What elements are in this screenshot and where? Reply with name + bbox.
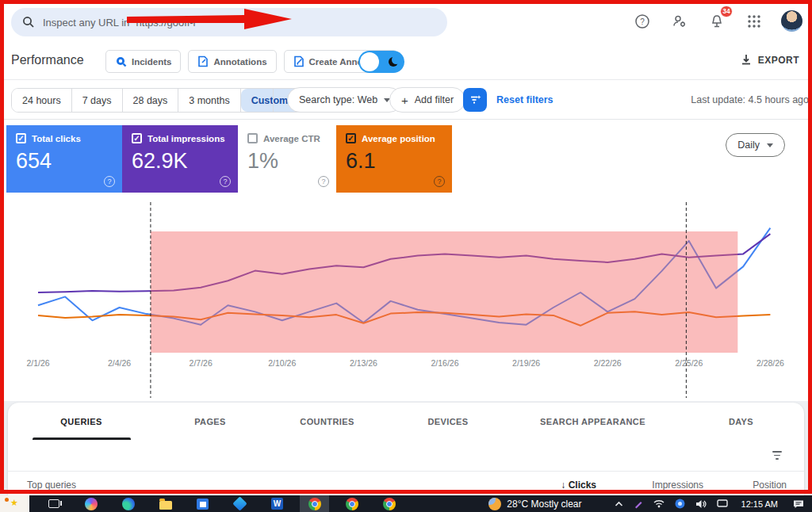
wifi-icon[interactable]: [653, 499, 665, 508]
column-clicks-sorted[interactable]: ↓ Clicks: [501, 480, 596, 491]
range-7-days[interactable]: 7 days: [72, 89, 123, 112]
search-placeholder: Inspect any URL in "https://gooff-r: [43, 17, 197, 29]
card-label: Average CTR: [263, 134, 320, 143]
search-icon: [22, 16, 35, 29]
filter-sparkle-icon: [469, 94, 481, 105]
help-icon[interactable]: ?: [434, 176, 445, 187]
checkbox-checked-icon[interactable]: ✓: [16, 133, 26, 143]
incidents-icon: [115, 55, 127, 67]
taskbar-clock[interactable]: 12:15 AM: [741, 499, 778, 509]
tab-queries[interactable]: QUERIES: [8, 403, 155, 440]
account-avatar[interactable]: [781, 10, 802, 32]
performance-chart[interactable]: 2/1/262/4/262/7/262/10/262/13/262/16/262…: [0, 198, 812, 408]
microsoft-store-icon[interactable]: [196, 497, 209, 510]
annotations-icon: [197, 55, 209, 67]
sort-desc-icon: ↓: [561, 480, 568, 491]
checkbox-checked-icon[interactable]: ✓: [132, 133, 142, 143]
export-button[interactable]: EXPORT: [741, 54, 799, 66]
export-label: EXPORT: [758, 55, 799, 66]
volume-icon[interactable]: [695, 499, 707, 509]
interval-dropdown[interactable]: Daily: [726, 133, 785, 157]
tray-expand-icon[interactable]: [615, 501, 623, 507]
metric-cards: ✓ Total clicks 654 ? ✓ Total impressions…: [6, 125, 452, 193]
svg-text:2/1/26: 2/1/26: [26, 358, 49, 368]
total-clicks-card[interactable]: ✓ Total clicks 654 ?: [6, 125, 122, 193]
incidents-button[interactable]: Incidents: [105, 50, 181, 73]
column-impressions[interactable]: Impressions: [596, 480, 703, 491]
toggle-knob: [360, 52, 379, 71]
table-toolbar: [8, 440, 804, 472]
search-type-label: Search type: Web: [299, 94, 377, 105]
file-explorer-icon[interactable]: [159, 497, 172, 510]
task-view-button[interactable]: [47, 497, 60, 510]
svg-text:2/19/26: 2/19/26: [512, 358, 540, 368]
table-header: Top queries ↓ Clicks Impressions Positio…: [8, 472, 804, 499]
tab-search-appearance[interactable]: SEARCH APPEARANCE: [508, 403, 678, 440]
annotations-label: Annotations: [213, 57, 266, 67]
copilot-icon[interactable]: [84, 497, 98, 510]
line-chart: 2/1/262/4/262/7/262/10/262/13/262/16/262…: [0, 198, 812, 408]
svg-text:2/4/26: 2/4/26: [108, 358, 131, 368]
browser-tray-icon[interactable]: [675, 499, 685, 509]
filter-settings-button[interactable]: [463, 88, 487, 112]
svg-text:2/7/26: 2/7/26: [190, 358, 213, 368]
total-impressions-card[interactable]: ✓ Total impressions 62.9K ?: [122, 125, 238, 193]
plus-icon: +: [401, 94, 408, 107]
cast-screen-icon[interactable]: [717, 499, 728, 508]
range-3-months[interactable]: 3 months: [178, 89, 240, 112]
card-label: Total clicks: [32, 134, 81, 143]
pen-icon[interactable]: [634, 499, 643, 509]
svg-text:2/16/26: 2/16/26: [431, 358, 458, 368]
windows-taskbar: ★ W 28°C Mostly clear 12:15 AM: [0, 495, 812, 512]
chrome-icon-3[interactable]: [382, 497, 396, 510]
table-filter-icon[interactable]: [772, 451, 782, 459]
reset-filters-link[interactable]: Reset filters: [496, 94, 553, 105]
notification-center-icon[interactable]: [793, 499, 804, 509]
tab-days[interactable]: DAYS: [678, 403, 804, 440]
help-icon[interactable]: ?: [104, 176, 115, 187]
performance-header: Performance Incidents Annotations Create…: [0, 44, 812, 80]
svg-text:?: ?: [640, 17, 645, 26]
chevron-down-icon: [767, 143, 773, 147]
average-ctr-card[interactable]: ✓ Average CTR 1% ?: [238, 125, 336, 193]
add-filter-button[interactable]: + Add filter: [389, 87, 465, 113]
card-value: 654: [16, 149, 113, 174]
chrome-active-icon[interactable]: [300, 495, 329, 512]
help-button[interactable]: ?: [632, 11, 653, 32]
annotations-button[interactable]: Annotations: [188, 50, 276, 73]
dark-mode-toggle[interactable]: [358, 51, 404, 73]
range-28-days[interactable]: 28 days: [123, 89, 179, 112]
moon-icon: [389, 57, 398, 67]
tab-pages[interactable]: PAGES: [155, 403, 266, 440]
apps-grid-button[interactable]: [744, 11, 764, 32]
range-24-hours[interactable]: 24 hours: [12, 89, 72, 112]
top-app-bar: Inspect any URL in "https://gooff-r ? 34: [0, 0, 812, 44]
checkbox-checked-icon[interactable]: ✓: [346, 133, 356, 143]
weather-dot-icon: [5, 498, 9, 502]
url-inspect-search[interactable]: Inspect any URL in "https://gooff-r: [11, 8, 447, 36]
card-value: 6.1: [346, 149, 442, 174]
help-icon[interactable]: ?: [220, 176, 231, 187]
average-position-card[interactable]: ✓ Average position 6.1 ?: [336, 125, 452, 193]
blue-app-icon[interactable]: [233, 497, 247, 510]
column-position[interactable]: Position: [703, 480, 787, 491]
tab-devices[interactable]: DEVICES: [389, 403, 508, 440]
weather-widget[interactable]: 28°C Mostly clear: [488, 498, 581, 510]
chrome-icon-2[interactable]: [345, 497, 358, 510]
search-type-dropdown[interactable]: Search type: Web: [287, 87, 402, 113]
weather-text: 28°C Mostly clear: [507, 499, 581, 510]
checkbox-unchecked-icon[interactable]: ✓: [247, 133, 258, 143]
moon-cloud-icon: [488, 498, 501, 510]
word-icon[interactable]: W: [270, 497, 284, 510]
add-filter-label: Add filter: [415, 94, 454, 105]
start-button[interactable]: ★: [0, 495, 29, 512]
star-icon: ★: [10, 499, 18, 507]
help-icon[interactable]: ?: [318, 176, 329, 187]
tab-countries[interactable]: COUNTRIES: [266, 403, 389, 440]
edge-icon[interactable]: [121, 497, 135, 510]
interval-label: Daily: [737, 139, 760, 151]
notifications-button[interactable]: 34: [707, 11, 727, 32]
page-title: Performance: [11, 53, 84, 67]
svg-text:2/22/26: 2/22/26: [594, 358, 622, 368]
user-settings-button[interactable]: [669, 11, 690, 32]
